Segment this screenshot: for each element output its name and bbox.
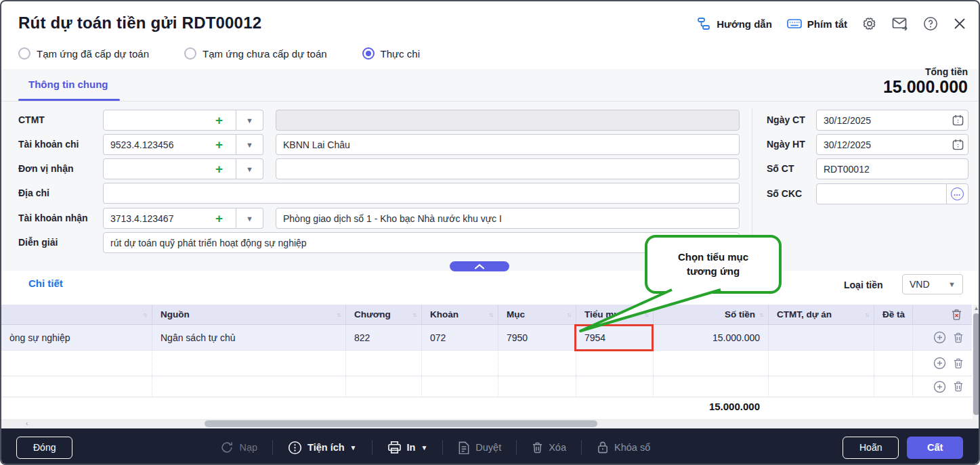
guide-link[interactable]: Hướng dẫn [698, 18, 772, 30]
currency-label: Loại tiền [844, 280, 883, 290]
delete-button[interactable]: Xóa [532, 441, 566, 454]
scrollbar-thumb[interactable] [205, 420, 597, 427]
description-input[interactable] [103, 232, 740, 253]
col-header-nguon[interactable]: Nguồn↑↓ [152, 305, 345, 324]
receiver-unit-label: Đơn vị nhận [18, 158, 74, 179]
guide-label: Hướng dẫn [717, 18, 772, 30]
add-row-icon[interactable] [933, 357, 946, 370]
col-header-de-tai[interactable]: Đề tà [874, 305, 912, 324]
shortcut-label: Phím tắt [807, 18, 847, 30]
voucher-type-0[interactable]: Tạm ứng đã cấp dự toán [18, 47, 149, 60]
receiver-unit-dropdown-button[interactable]: ▼ [236, 158, 263, 179]
approve-button[interactable]: Duyệt [458, 441, 501, 454]
delete-row-icon[interactable] [953, 332, 964, 344]
total-amount-label: Tổng tiền [925, 66, 968, 77]
col-header-description[interactable]: ↑↓ [1, 305, 152, 324]
ckc-no-input[interactable] [816, 183, 947, 204]
detail-section-title: Chi tiết [28, 278, 63, 289]
table-row[interactable] [1, 376, 972, 397]
toolbar-separator [516, 440, 517, 455]
radio-icon [18, 47, 30, 60]
table-row[interactable] [1, 351, 972, 376]
doc-no-input[interactable] [816, 158, 968, 179]
page-title: Rút dự toán tiền gửi RDT00012 [18, 14, 261, 32]
mail-icon[interactable] [892, 17, 908, 30]
tab-general-info[interactable]: Thông tin chung [28, 79, 108, 90]
col-header-ctmt-du-an[interactable]: CTMT, dự án↑↓ [768, 305, 874, 324]
col-header-khoan[interactable]: Khoản↑↓ [421, 305, 498, 324]
receiver-unit-name-field[interactable] [276, 158, 740, 179]
table-vertical-scrollbar[interactable]: ▲ [973, 305, 980, 419]
address-label: Địa chỉ [18, 183, 49, 204]
date-ht-calendar-icon[interactable] [952, 139, 964, 153]
account-in-dropdown-button[interactable]: ▼ [236, 208, 263, 229]
scroll-left-icon[interactable]: ‹ [26, 419, 28, 428]
withdraw-estimate-window: Rút dự toán tiền gửi RDT00012 Hướng dẫn … [0, 0, 980, 465]
account-out-add-icon[interactable]: + [215, 134, 223, 155]
keyboard-icon [787, 18, 802, 29]
account-in-name-field[interactable] [276, 208, 740, 229]
add-row-icon[interactable] [933, 331, 946, 344]
guide-icon [698, 18, 711, 30]
toolbar-separator [372, 440, 372, 455]
save-button[interactable]: Cất [907, 437, 963, 459]
sort-icon[interactable]: ↑↓ [412, 311, 416, 318]
receiver-unit-add-icon[interactable]: + [215, 158, 223, 179]
callout-arrow [563, 278, 726, 338]
radio-icon [184, 47, 196, 60]
scrollbar-thumb[interactable] [973, 313, 979, 415]
ctmt-name-field [276, 110, 740, 131]
date-ht-input[interactable] [816, 134, 968, 155]
delete-row-icon[interactable] [953, 357, 964, 370]
sort-icon[interactable]: ↑↓ [489, 311, 492, 318]
voucher-type-options: Tạm ứng đã cấp dự toán Tạm ứng chưa cấp … [18, 47, 455, 60]
col-header-chuong[interactable]: Chương↑↓ [345, 305, 421, 324]
chevron-down-icon: ▼ [948, 280, 956, 288]
date-ct-calendar-icon[interactable] [952, 114, 964, 129]
ctmt-dropdown-button[interactable]: ▼ [236, 110, 263, 131]
sort-icon[interactable]: ↑↓ [337, 311, 340, 318]
account-in-add-icon[interactable]: + [215, 208, 223, 229]
close-button[interactable]: Đóng [16, 437, 72, 459]
lock-book-button[interactable]: Khóa sổ [597, 441, 650, 454]
ctmt-add-icon[interactable]: + [215, 110, 223, 131]
description-label: Diễn giải [18, 232, 58, 253]
toolbar-separator [272, 440, 273, 455]
account-out-name-field[interactable] [276, 134, 740, 155]
close-icon[interactable] [953, 17, 966, 30]
ckc-lookup-button[interactable]: … [946, 183, 968, 204]
help-icon[interactable] [923, 16, 938, 31]
table-row[interactable]: òng sự nghiệp Ngân sách tự chủ 822 072 7… [1, 325, 972, 351]
scroll-up-icon[interactable]: ▲ [973, 305, 980, 311]
trash-icon [532, 441, 543, 454]
delete-all-rows-icon[interactable] [951, 309, 962, 321]
ellipsis-icon: … [951, 187, 964, 200]
shortcut-link[interactable]: Phím tắt [787, 18, 847, 30]
date-ct-label: Ngày CT [767, 110, 805, 131]
delete-row-icon[interactable] [953, 380, 964, 393]
lock-icon [597, 441, 609, 454]
print-icon [387, 441, 402, 454]
collapse-panel-button[interactable] [450, 261, 509, 271]
voucher-type-2[interactable]: Thực chi [362, 47, 420, 60]
currency-select[interactable]: VND ▼ [902, 274, 963, 294]
sort-icon[interactable]: ↑↓ [865, 311, 868, 318]
ctmt-label: CTMT [18, 110, 45, 131]
doc-no-label: Số CT [767, 158, 794, 179]
titlebar-tools: Hướng dẫn Phím tắt [698, 16, 966, 31]
print-button[interactable]: In ▼ [387, 441, 428, 454]
settings-icon[interactable] [862, 16, 877, 31]
sort-icon[interactable]: ↑↓ [143, 311, 146, 318]
utilities-button[interactable]: Tiện ích ▼ [288, 441, 356, 455]
account-out-dropdown-button[interactable]: ▼ [236, 134, 263, 155]
table-horizontal-scrollbar[interactable]: ‹ [1, 419, 980, 428]
toolbar-separator [581, 440, 582, 455]
postpone-button[interactable]: Hoãn [843, 437, 899, 459]
voucher-type-1[interactable]: Tạm ứng chưa cấp dự toán [184, 47, 327, 60]
table-total-amount: 15.000.000 [653, 401, 760, 412]
date-ct-input[interactable] [816, 110, 968, 131]
reload-button[interactable]: Nạp [220, 441, 257, 454]
sort-icon[interactable]: ↑↓ [759, 311, 763, 318]
address-input[interactable] [103, 183, 740, 204]
add-row-icon[interactable] [933, 380, 946, 393]
